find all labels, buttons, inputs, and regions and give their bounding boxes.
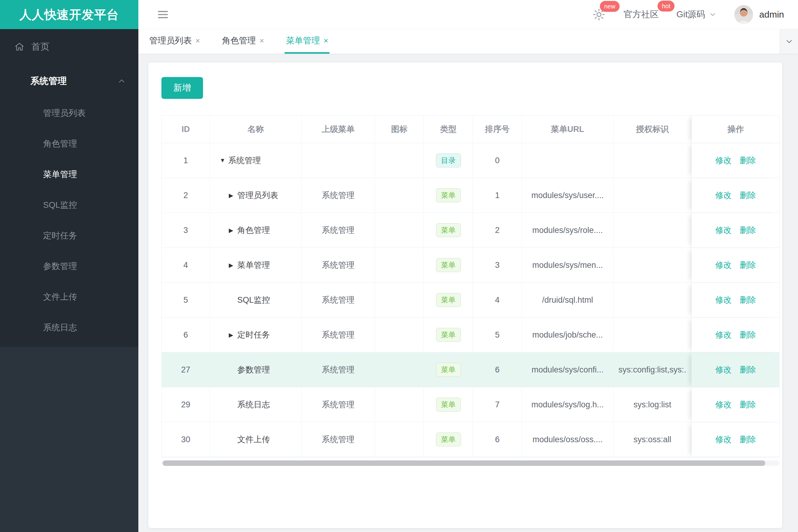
col-header-type: 类型 <box>424 116 473 143</box>
table-row[interactable]: 2 ▶ 管理员列表 系统管理 菜单 1 modules/sys/user....… <box>162 178 779 213</box>
horizontal-scrollbar-track[interactable] <box>162 460 779 466</box>
menu-name: 参数管理 <box>237 364 270 375</box>
user-menu[interactable]: admin <box>734 5 784 24</box>
delete-link[interactable]: 删除 <box>740 399 756 410</box>
cell-menu-url: modules/sys/user.... <box>522 178 613 213</box>
community-link[interactable]: 官方社区 hot <box>624 8 659 21</box>
topbar: new 官方社区 hot Git源码 <box>138 0 798 29</box>
sidebar-group-label: 系统管理 <box>30 75 117 87</box>
cell-perms: sys:config:list,sys:. <box>613 353 691 387</box>
cell-perms <box>613 318 691 352</box>
cell-id: 1 <box>162 143 210 178</box>
delete-link[interactable]: 删除 <box>740 260 756 270</box>
cell-name: ▼ 系统管理 <box>210 143 302 178</box>
edit-link[interactable]: 修改 <box>716 364 732 375</box>
table-row[interactable]: 4 ▶ 菜单管理 系统管理 菜单 3 modules/sys/men... 修改… <box>162 248 779 283</box>
edit-link[interactable]: 修改 <box>716 434 732 445</box>
cell-menu-url: modules/sys/men... <box>522 248 613 282</box>
cell-actions: 修改 删除 <box>691 143 780 178</box>
cell-parent-menu: 系统管理 <box>302 248 375 282</box>
sidebar-item-role-mgmt[interactable]: 角色管理 <box>0 128 138 159</box>
menu-name: 文件上传 <box>237 434 270 445</box>
close-icon[interactable]: × <box>196 37 200 44</box>
delete-link[interactable]: 删除 <box>740 225 756 236</box>
edit-link[interactable]: 修改 <box>716 225 732 236</box>
delete-link[interactable]: 删除 <box>740 155 756 166</box>
cell-id: 29 <box>162 387 210 422</box>
cell-order: 6 <box>473 422 522 457</box>
chevron-down-icon <box>709 11 717 19</box>
cell-icon <box>375 387 424 422</box>
git-source-link[interactable]: Git源码 <box>676 8 717 21</box>
sidebar-item-file-upload[interactable]: 文件上传 <box>0 282 138 312</box>
type-badge: 菜单 <box>436 223 461 237</box>
add-button[interactable]: 新增 <box>162 77 203 99</box>
sidebar-item-system-log[interactable]: 系统日志 <box>0 312 138 343</box>
edit-link[interactable]: 修改 <box>716 190 732 201</box>
cell-order: 5 <box>473 318 522 352</box>
cell-id: 4 <box>162 248 210 282</box>
table-row[interactable]: 6 ▶ 定时任务 系统管理 菜单 5 modules/job/sche... 修… <box>162 318 779 353</box>
tree-toggle-icon[interactable]: ▼ <box>220 157 228 164</box>
sidebar-item-sql-monitor[interactable]: SQL监控 <box>0 190 138 220</box>
cell-menu-url: /druid/sql.html <box>522 283 613 317</box>
table-row[interactable]: 29 系统日志 系统管理 菜单 7 modules/sys/log.h... s… <box>162 387 779 422</box>
col-header-perms: 授权标识 <box>613 116 691 143</box>
cell-name: 文件上传 <box>210 422 302 457</box>
chevron-up-icon <box>117 76 126 86</box>
delete-link[interactable]: 删除 <box>740 364 756 375</box>
tree-toggle-icon[interactable]: ▶ <box>229 192 237 199</box>
tree-toggle-icon[interactable]: ▶ <box>229 262 237 269</box>
tree-toggle-icon[interactable]: ▶ <box>229 331 237 339</box>
sidebar-item-scheduled-tasks[interactable]: 定时任务 <box>0 220 138 251</box>
table-row[interactable]: 27 参数管理 系统管理 菜单 6 modules/sys/confi... s… <box>162 353 779 387</box>
cell-order: 0 <box>473 143 522 178</box>
sidebar-item-param-mgmt[interactable]: 参数管理 <box>0 251 138 282</box>
sidebar-group-system[interactable]: 系统管理 <box>0 64 138 98</box>
settings-button[interactable]: new <box>592 7 606 21</box>
table-row[interactable]: 5 SQL监控 系统管理 菜单 4 /druid/sql.html 修改 删除 <box>162 283 779 318</box>
tab-admin-list[interactable]: 管理员列表 × <box>148 29 201 54</box>
cell-name: ▶ 管理员列表 <box>210 178 302 213</box>
menu-name: 定时任务 <box>237 329 270 340</box>
delete-link[interactable]: 删除 <box>740 329 756 340</box>
col-header-parent: 上级菜单 <box>302 116 375 143</box>
table-row[interactable]: 3 ▶ 角色管理 系统管理 菜单 2 modules/sys/role.... … <box>162 213 779 248</box>
col-header-name: 名称 <box>210 116 302 143</box>
horizontal-scrollbar-thumb[interactable] <box>163 460 765 466</box>
edit-link[interactable]: 修改 <box>716 399 732 410</box>
col-header-order: 排序号 <box>473 116 522 143</box>
delete-link[interactable]: 删除 <box>740 190 756 201</box>
cell-id: 5 <box>162 283 210 317</box>
edit-link[interactable]: 修改 <box>716 260 732 270</box>
close-icon[interactable]: × <box>259 37 264 44</box>
cell-actions: 修改 删除 <box>691 178 780 213</box>
tab-label: 角色管理 <box>222 35 256 46</box>
cell-name: 系统日志 <box>210 387 302 422</box>
tab-role-mgmt[interactable]: 角色管理 × <box>221 29 265 54</box>
table-row[interactable]: 30 文件上传 系统管理 菜单 6 modules/oss/oss.... sy… <box>162 422 779 457</box>
edit-link[interactable]: 修改 <box>716 294 732 305</box>
cell-actions: 修改 删除 <box>691 422 780 457</box>
sidebar-item-menu-mgmt[interactable]: 菜单管理 <box>0 159 138 190</box>
tree-toggle-icon[interactable]: ▶ <box>229 227 237 234</box>
tabbar: 管理员列表 × 角色管理 × 菜单管理 × <box>138 29 798 54</box>
delete-link[interactable]: 删除 <box>740 294 756 305</box>
edit-link[interactable]: 修改 <box>716 329 732 340</box>
hamburger-menu-icon[interactable] <box>156 8 170 21</box>
type-badge: 菜单 <box>436 363 461 377</box>
cell-type: 菜单 <box>424 178 473 213</box>
close-icon[interactable]: × <box>323 37 328 44</box>
edit-link[interactable]: 修改 <box>716 155 732 166</box>
tab-menu-mgmt[interactable]: 菜单管理 × <box>284 29 329 54</box>
table-row[interactable]: 1 ▼ 系统管理 目录 0 修改 删除 <box>162 143 779 178</box>
sidebar-home-label: 首页 <box>31 41 50 53</box>
sidebar-item-home[interactable]: 首页 <box>0 29 138 64</box>
delete-link[interactable]: 删除 <box>740 434 756 445</box>
type-badge: 菜单 <box>436 433 461 446</box>
tab-list-dropdown-button[interactable] <box>780 29 798 54</box>
cell-order: 6 <box>473 353 522 387</box>
sidebar-item-admin-list[interactable]: 管理员列表 <box>0 98 138 128</box>
chevron-down-icon <box>785 37 794 46</box>
cell-menu-url: modules/job/sche... <box>522 318 613 352</box>
